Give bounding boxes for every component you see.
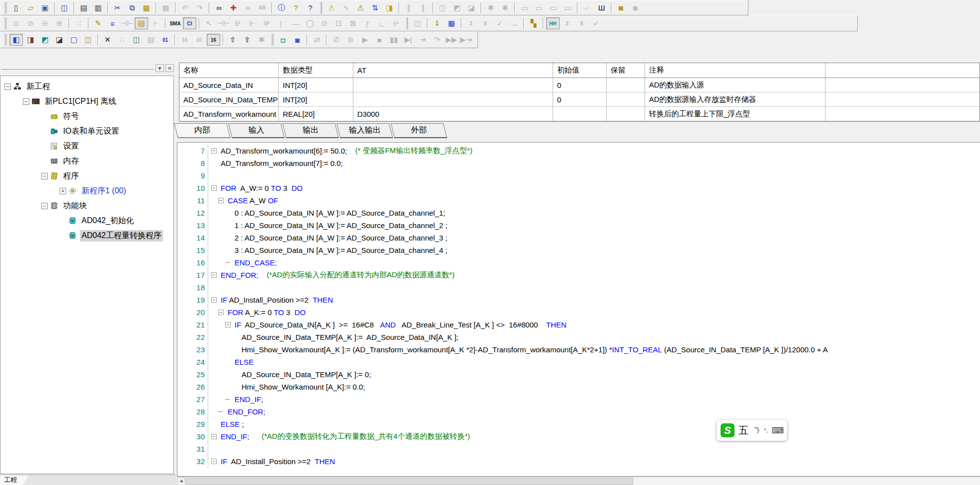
toolbar-handle[interactable] <box>320 2 322 14</box>
instruction-reset-icon[interactable]: ⊠ <box>346 17 360 29</box>
io-comment-icon[interactable]: ⊣⊢ <box>120 17 134 29</box>
upload-1-icon[interactable]: ⇧ <box>226 34 240 46</box>
help-icon[interactable]: ? <box>289 2 303 14</box>
column-header-initial-value[interactable]: 初始值 <box>553 63 607 78</box>
fold-box-icon[interactable]: − <box>211 459 221 464</box>
fold-box-icon[interactable]: − <box>211 148 221 154</box>
window-tile-v-icon[interactable]: ▭ <box>547 2 560 14</box>
watch-window-icon[interactable]: ◩ <box>38 34 52 46</box>
toolbar-handle[interactable] <box>271 34 273 46</box>
cell-comment[interactable]: 转换后的工程量上下限_浮点型 <box>645 107 825 121</box>
tree-item-plc-new-plc1[interactable]: −新PLC1[CP1H] 离线 <box>0 94 173 109</box>
win-ok-icon[interactable]: ✓ <box>589 17 603 29</box>
comment-icon[interactable]: ✎ <box>91 17 105 29</box>
cell-at[interactable] <box>353 78 553 92</box>
code-line-27[interactable]: 27END_IF; <box>177 393 980 405</box>
column-header-at[interactable]: AT <box>353 63 553 78</box>
protect-unlock-icon[interactable]: ◙ <box>629 2 642 14</box>
zoom-cut-icon[interactable]: ⊘ <box>24 17 37 29</box>
doc-ok-icon[interactable]: ✓ <box>493 17 506 29</box>
zoom-in-icon[interactable]: ⊕ <box>53 17 66 29</box>
code-line-28[interactable]: 28END_FOR; <box>177 405 980 418</box>
tree-item-settings[interactable]: 设置 <box>0 139 173 154</box>
tree-item-memory[interactable]: 内存 <box>0 154 173 168</box>
compile-program-icon[interactable]: ⚠ <box>325 2 338 14</box>
contact-nc-icon[interactable]: ⊮ <box>231 17 245 29</box>
force-set-icon[interactable]: ✱ <box>484 2 497 14</box>
collapse-box-icon[interactable]: − <box>23 98 29 105</box>
ime-logo-icon[interactable]: S <box>721 423 735 437</box>
section-tab-1[interactable]: 内部 <box>174 123 230 138</box>
code-line-22[interactable]: 22AD_Source_IN_Data_TEMP[A_K ]:= AD_Sour… <box>177 331 980 343</box>
cell-extra[interactable] <box>825 92 980 107</box>
cell-retained[interactable] <box>607 92 645 107</box>
cell-extra[interactable] <box>825 107 980 121</box>
open-folder-icon[interactable]: ▱ <box>24 2 37 14</box>
expand-box-icon[interactable]: + <box>60 188 66 194</box>
fold-box-icon[interactable]: − <box>211 297 221 303</box>
data-grid-icon[interactable]: ▦ <box>445 17 458 29</box>
code-line-24[interactable]: 24ELSE <box>177 356 980 368</box>
cell-name[interactable]: AD_Source_IN_Data_TEMP <box>179 92 279 107</box>
doc-x-icon[interactable]: X <box>479 17 492 29</box>
code-line-14[interactable]: 142 : AD_Source_Data_IN [A_W ]:= AD_Sour… <box>177 232 980 244</box>
time-chart-icon[interactable]: Ш <box>595 2 608 14</box>
cell-data-type[interactable]: INT[20] <box>279 92 353 107</box>
monitor-hold-2-icon[interactable]: ⊜ <box>344 34 357 46</box>
tree-item-fb-ad042-transform[interactable]: SAD042工程量转换程序 <box>0 228 173 243</box>
fold-box-icon[interactable]: − <box>225 322 235 327</box>
cell-retained[interactable] <box>607 107 645 121</box>
cell-retained[interactable] <box>607 78 645 92</box>
save-file-icon[interactable]: ▣ <box>38 2 52 14</box>
cut-icon[interactable]: ✂ <box>111 2 124 14</box>
code-line-26[interactable]: 26Hmi_Show_Workamount [A_K]:= 0.0; <box>177 381 980 393</box>
window-arrange-icon[interactable]: ▭ <box>561 2 574 14</box>
paste-icon[interactable]: ▦ <box>140 2 153 14</box>
code-line-12[interactable]: 120 : AD_Source_Data_IN [A_W ]:= AD_Sour… <box>177 207 980 219</box>
toolbar-handle[interactable] <box>4 34 6 46</box>
cell-initial-value[interactable]: 0 <box>553 92 607 107</box>
radix-hex-icon[interactable]: 16 <box>207 34 220 46</box>
monitor-table-icon[interactable]: SMA <box>168 17 182 29</box>
work-online-icon[interactable]: ◙ <box>291 34 304 46</box>
contact-no-icon[interactable]: ⊣⊢ <box>217 17 230 29</box>
window-tile-h-icon[interactable]: ▭ <box>532 2 546 14</box>
code-line-19[interactable]: 19−IF AD_Install_Position >=2 THEN <box>177 294 980 306</box>
code-line-21[interactable]: 21−IF AD_Source_Data_IN[A_K ] >= 16#C8 A… <box>177 319 980 331</box>
code-line-8[interactable]: 8AD_Transform_workamount[7]:= 0.0; <box>177 157 980 169</box>
code-line-29[interactable]: 29ELSE ; <box>177 418 980 430</box>
online-edit-compile-icon[interactable]: ◨ <box>383 2 396 14</box>
cell-initial-value[interactable]: 0 <box>553 78 607 92</box>
simulator-online-icon[interactable]: ◘ <box>276 34 290 46</box>
pause-icon[interactable]: ∥ <box>416 2 430 14</box>
section-tab-5[interactable]: 外部 <box>391 123 447 138</box>
editor-h-scrollbar[interactable]: ◄ <box>177 477 980 485</box>
line-corner-icon[interactable]: ∟ <box>375 17 389 29</box>
workspace-close-button[interactable]: ✕ <box>165 64 174 72</box>
code-line-31[interactable]: 31 <box>177 443 980 455</box>
program-transfer-icon[interactable]: ◩ <box>450 2 464 14</box>
code-line-25[interactable]: 25AD_Source_IN_Data_TEMP[A_K ]:= 0; <box>177 368 980 381</box>
binary-monitor-icon[interactable]: 01 <box>159 34 172 46</box>
win-x-icon[interactable]: X <box>575 17 588 29</box>
column-header-comment[interactable]: 注释 <box>645 63 825 78</box>
scroll-thumb[interactable] <box>186 478 633 485</box>
ime-halfwidth-icon[interactable]: ☽ <box>750 424 762 437</box>
print-icon[interactable]: ▤ <box>77 2 90 14</box>
tree-item-fb-ad042-init[interactable]: SAD042_初始化 <box>0 213 173 228</box>
protect-lock-icon[interactable]: ◙ <box>614 2 628 14</box>
cell-at[interactable]: D3000 <box>353 107 553 121</box>
toolbar-handle[interactable] <box>4 2 6 14</box>
monitor-hold-1-icon[interactable]: ∅ <box>329 34 343 46</box>
output-window-icon[interactable]: ◨ <box>24 34 37 46</box>
pause-flag-icon[interactable]: ∥ <box>402 2 415 14</box>
print-preview-icon[interactable]: ▥ <box>91 2 105 14</box>
cell-at[interactable] <box>353 92 553 107</box>
zoom-select-icon[interactable]: ⊙ <box>9 17 23 29</box>
zoom-out-icon[interactable]: ⊖ <box>38 17 52 29</box>
run-to-end-icon[interactable]: ▶⇥ <box>459 34 473 46</box>
line-vertical-icon[interactable]: | <box>274 17 288 29</box>
win-z-icon[interactable]: Z <box>561 17 574 29</box>
cell-comment[interactable]: AD的数据输入源 <box>645 78 825 92</box>
cell-extra[interactable] <box>825 78 980 92</box>
